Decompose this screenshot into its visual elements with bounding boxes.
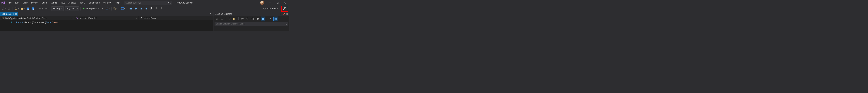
solution-configuration-combo[interactable]: Debug▾: [52, 6, 64, 11]
file-tab-counter-js[interactable]: Counter.js ⊕ ✕: [0, 12, 18, 16]
svg-rect-23: [234, 18, 234, 18]
nav-forward-button[interactable]: [7, 6, 11, 11]
tab-overflow-button[interactable]: ▾: [210, 13, 211, 15]
browser-refresh-button[interactable]: ▾: [105, 6, 110, 11]
solution-platform-combo[interactable]: Any CPU▾: [65, 6, 79, 11]
menu-analyze[interactable]: Analyze: [67, 1, 78, 5]
search-placeholder: Search Solution Explorer (Ctrl+;): [216, 22, 245, 25]
sync-active-document-button[interactable]: [245, 16, 250, 21]
prev-bookmark-button[interactable]: [154, 6, 159, 11]
svg-point-21: [216, 18, 218, 20]
window-layout-button[interactable]: ▾: [120, 6, 126, 11]
combo-value: Debug: [53, 7, 60, 10]
show-all-files-button[interactable]: [261, 16, 265, 21]
menu-items: File Edit View Project Build Debug Test …: [6, 1, 121, 5]
pin-icon[interactable]: ⊕: [12, 13, 14, 15]
nav-field-combo[interactable]: currentCount ▾: [138, 16, 213, 20]
window-controls: [267, 0, 288, 5]
svg-rect-15: [114, 8, 116, 10]
svg-rect-3: [277, 2, 278, 4]
code-navigation-bar: WebApplication4 JavaScript Content Files…: [0, 16, 213, 20]
menu-test[interactable]: Test: [59, 1, 66, 5]
svg-rect-30: [257, 18, 259, 20]
script-icon: [1, 17, 4, 19]
save-button[interactable]: [26, 6, 30, 11]
collapse-all-button[interactable]: [255, 16, 260, 21]
visual-studio-logo-icon: [1, 0, 5, 5]
uncomment-button[interactable]: [133, 6, 138, 11]
refresh-button[interactable]: [250, 16, 255, 21]
maximize-button[interactable]: [274, 0, 281, 5]
window-position-button[interactable]: ▾: [280, 13, 281, 15]
svg-rect-16: [121, 7, 124, 10]
home-button[interactable]: [227, 16, 232, 21]
solution-explorer-titlebar[interactable]: Solution Explorer ▾ 📌 ✕: [213, 12, 289, 16]
close-button[interactable]: [281, 0, 288, 5]
nav-back-button[interactable]: ▾: [1, 6, 6, 11]
switch-views-button[interactable]: ▾: [232, 16, 237, 21]
panel-title: Solution Explorer: [215, 13, 232, 15]
live-share-button[interactable]: Live Share: [261, 7, 280, 10]
menu-tools[interactable]: Tools: [78, 1, 87, 5]
svg-point-19: [284, 7, 285, 8]
find-in-files-button[interactable]: ▾: [113, 6, 118, 11]
svg-rect-12: [33, 8, 34, 8]
menu-project[interactable]: Project: [30, 1, 40, 5]
start-debugging-dropdown[interactable]: ▾: [100, 6, 104, 11]
menu-view[interactable]: View: [21, 1, 29, 5]
standard-toolbar: ▾ ▾ ▾ ▾ ▾ Debug▾ Any CPU▾ IIS Express ▾ …: [0, 5, 289, 12]
svg-rect-10: [27, 7, 28, 8]
back-button[interactable]: [215, 16, 219, 21]
next-bookmark-button[interactable]: [159, 6, 164, 11]
menu-build[interactable]: Build: [40, 1, 49, 5]
svg-rect-34: [263, 19, 264, 19]
svg-rect-11: [27, 9, 29, 10]
menu-extensions[interactable]: Extensions: [87, 1, 101, 5]
menu-bar: File Edit View Project Build Debug Test …: [0, 0, 289, 5]
quick-launch-search[interactable]: Search (Ctrl+Q): [124, 1, 172, 5]
new-project-button[interactable]: ▾: [14, 6, 20, 11]
nav-member-combo[interactable]: incrementCounter ▾: [74, 16, 138, 20]
start-debugging-button[interactable]: IIS Express ▾: [82, 6, 99, 11]
svg-line-38: [286, 24, 287, 25]
svg-rect-24: [235, 18, 235, 18]
redo-button[interactable]: ▾: [44, 6, 49, 11]
svg-point-0: [168, 2, 170, 3]
decrease-indent-button[interactable]: [138, 6, 143, 11]
run-target-label: IIS Express: [85, 7, 97, 10]
solution-explorer-panel: Solution Explorer ▾ 📌 ✕ ▾ ▾ Search Solut…: [213, 12, 289, 31]
minimize-button[interactable]: [267, 0, 274, 5]
menu-debug[interactable]: Debug: [49, 1, 59, 5]
editor-area: Counter.js ⊕ ✕ ▾ WebApplication4 JavaScr…: [0, 12, 213, 31]
comment-out-button[interactable]: [128, 6, 133, 11]
svg-point-7: [8, 7, 10, 10]
document-tab-strip: Counter.js ⊕ ✕ ▾: [0, 12, 213, 16]
save-all-button[interactable]: [31, 6, 36, 11]
person-arrow-icon: [283, 7, 286, 10]
undo-button[interactable]: ▾: [38, 6, 43, 11]
menu-edit[interactable]: Edit: [13, 1, 21, 5]
menu-help[interactable]: Help: [113, 1, 121, 5]
properties-button[interactable]: [268, 16, 273, 21]
close-icon[interactable]: ✕: [15, 13, 17, 15]
nav-scope-label: WebApplication4 JavaScript Content Files: [5, 17, 46, 19]
auto-hide-pin-icon[interactable]: 📌: [282, 13, 285, 15]
forward-button[interactable]: [220, 16, 224, 21]
pending-changes-filter-button[interactable]: ▾: [240, 16, 245, 21]
open-file-button[interactable]: ▾: [20, 6, 25, 11]
code-line-1[interactable]: 1 import React , { Component } from 'rea…: [0, 20, 213, 24]
menu-window[interactable]: Window: [102, 1, 113, 5]
svg-rect-35: [275, 18, 277, 19]
close-icon[interactable]: ✕: [286, 13, 288, 15]
solution-explorer-search[interactable]: Search Solution Explorer (Ctrl+;): [215, 22, 288, 26]
svg-rect-33: [262, 19, 263, 19]
svg-rect-32: [263, 18, 264, 18]
feedback-button-highlighted[interactable]: [281, 6, 288, 12]
user-avatar[interactable]: [260, 1, 264, 5]
increase-indent-button[interactable]: [144, 6, 149, 11]
svg-point-37: [285, 23, 286, 24]
menu-file[interactable]: File: [6, 1, 13, 5]
preview-selected-items-button[interactable]: [274, 16, 278, 21]
bookmark-button[interactable]: [149, 6, 154, 11]
nav-scope-combo[interactable]: WebApplication4 JavaScript Content Files…: [0, 16, 74, 20]
